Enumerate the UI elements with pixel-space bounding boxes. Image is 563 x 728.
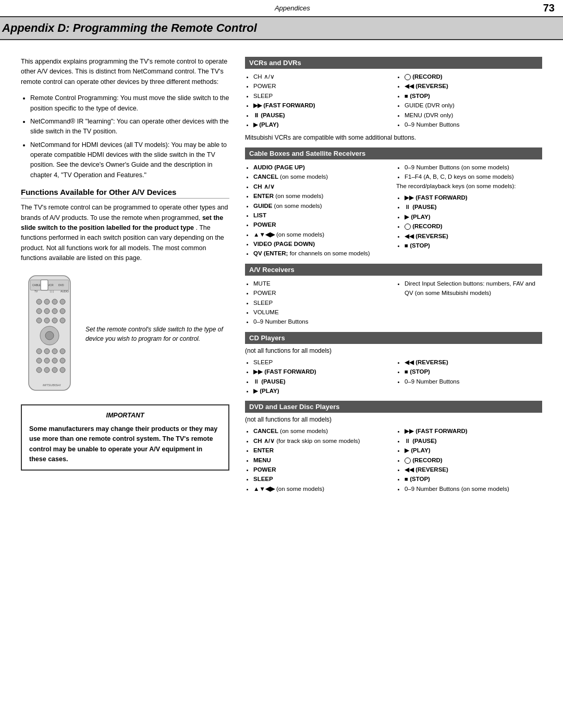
- cd-col1: SLEEP ▶▶ (FAST FORWARD) ⏸ (PAUSE) ▶ (PLA…: [245, 357, 391, 396]
- svg-point-19: [52, 318, 57, 323]
- section-vcrs-dvrs: VCRs and DVRs: [245, 57, 542, 69]
- svg-point-32: [44, 367, 50, 373]
- cd-not-all-note: (not all functions for all models): [245, 347, 542, 354]
- svg-point-28: [44, 358, 50, 363]
- svg-point-18: [44, 318, 50, 323]
- svg-point-31: [36, 367, 42, 373]
- important-text: Some manufacturers may change their prod…: [29, 425, 217, 463]
- methods-list: Remote Control Programming: You must mov…: [30, 93, 229, 180]
- svg-point-27: [36, 358, 42, 363]
- section-av: A/V Receivers: [245, 264, 542, 276]
- section-cd: CD Players: [245, 332, 542, 344]
- cd-content: SLEEP ▶▶ (FAST FORWARD) ⏸ (PAUSE) ▶ (PLA…: [245, 357, 542, 396]
- important-label: IMPORTANT: [29, 411, 221, 421]
- av-col2: Direct Input Selection buttons: numbers,…: [396, 279, 542, 327]
- svg-point-14: [44, 309, 50, 314]
- svg-text:TV: TV: [34, 290, 38, 293]
- vcrs-note: Mitsubishi VCRs are compatible with some…: [245, 133, 542, 142]
- svg-point-22: [45, 331, 54, 340]
- right-column: VCRs and DVRs CH ∧/∨ POWER SLEEP ▶▶ (FAS…: [240, 48, 547, 505]
- svg-point-29: [52, 358, 57, 363]
- av-content: MUTE POWER SLEEP VOLUME 0–9 Number Butto…: [245, 279, 542, 327]
- svg-point-33: [52, 367, 57, 373]
- vcrs-dvrs-content: CH ∧/∨ POWER SLEEP ▶▶ (FAST FORWARD) ⏸ (…: [245, 72, 542, 130]
- remote-image-area: CABLE/SAT VCR DVD TV | | | AUDIO: [21, 270, 229, 397]
- section-cable: Cable Boxes and Satellite Receivers: [245, 147, 542, 159]
- left-column: This appendix explains programming the T…: [16, 48, 240, 505]
- cable-col1: AUDIO (PAGE UP) CANCEL (on some models) …: [245, 163, 391, 258]
- page-header: Appendices 73: [0, 0, 563, 17]
- svg-point-26: [60, 349, 65, 354]
- cable-content: AUDIO (PAGE UP) CANCEL (on some models) …: [245, 163, 542, 258]
- svg-point-11: [52, 299, 57, 304]
- appendix-title: Appendix D: Programming the Remote Contr…: [0, 17, 563, 40]
- functions-intro: The TV's remote control can be programme…: [21, 204, 228, 221]
- svg-text:AUDIO: AUDIO: [60, 290, 69, 293]
- dvd-col1: CANCEL (on some models) CH ∧/∨ (for trac…: [245, 426, 391, 493]
- svg-point-17: [36, 318, 42, 323]
- svg-point-25: [52, 349, 57, 354]
- svg-point-15: [52, 309, 57, 314]
- svg-point-23: [36, 349, 42, 354]
- dvd-content: CANCEL (on some models) CH ∧/∨ (for trac…: [245, 426, 542, 493]
- svg-point-10: [44, 299, 50, 304]
- vcrs-col2: (RECORD) ◀◀ (REVERSE) ■ (STOP) GUIDE (DV…: [396, 72, 542, 130]
- svg-text:MITSUBISHI: MITSUBISHI: [43, 384, 61, 387]
- page-number: 73: [543, 2, 555, 14]
- av-col1: MUTE POWER SLEEP VOLUME 0–9 Number Butto…: [245, 279, 391, 327]
- intro-paragraph: This appendix explains programming the T…: [21, 57, 229, 87]
- svg-point-9: [36, 299, 42, 304]
- svg-point-12: [60, 299, 65, 304]
- section-title: Appendices: [0, 4, 543, 12]
- svg-point-34: [60, 367, 65, 373]
- dvd-col2: ▶▶ (FAST FORWARD) ⏸ (PAUSE) ▶ (PLAY) (RE…: [396, 426, 542, 493]
- method-3: NetCommand for HDMI devices (all TV mode…: [30, 140, 229, 181]
- main-content: This appendix explains programming the T…: [0, 48, 563, 505]
- svg-rect-8: [41, 280, 48, 290]
- svg-point-24: [44, 349, 50, 354]
- dvd-not-all-note: (not all functions for all models): [245, 416, 542, 423]
- remote-caption: Set the remote control's slide switch to…: [85, 325, 229, 343]
- important-box: IMPORTANT Some manufacturers may change …: [21, 404, 229, 471]
- cd-col2: ◀◀ (REVERSE) ■ (STOP) 0–9 Number Buttons: [396, 357, 542, 396]
- svg-point-13: [36, 309, 42, 314]
- svg-point-20: [60, 318, 65, 323]
- functions-paragraph: The TV's remote control can be programme…: [21, 203, 229, 263]
- vcrs-col1: CH ∧/∨ POWER SLEEP ▶▶ (FAST FORWARD) ⏸ (…: [245, 72, 391, 130]
- cable-col2: 0–9 Number Buttons (on some models) F1–F…: [396, 163, 542, 258]
- svg-point-30: [60, 358, 65, 363]
- method-2: NetCommand® IR "learning": You can opera…: [30, 117, 229, 137]
- svg-text:|  |  |: | | |: [50, 290, 54, 293]
- method-1: Remote Control Programming: You must mov…: [30, 93, 229, 114]
- svg-text:DVD: DVD: [58, 283, 64, 287]
- functions-heading: Functions Available for Other A/V Device…: [21, 188, 229, 199]
- svg-text:VCR: VCR: [48, 283, 54, 287]
- remote-illustration: CABLE/SAT VCR DVD TV | | | AUDIO: [21, 270, 78, 397]
- section-dvd: DVD and Laser Disc Players: [245, 401, 542, 413]
- svg-point-16: [60, 309, 65, 314]
